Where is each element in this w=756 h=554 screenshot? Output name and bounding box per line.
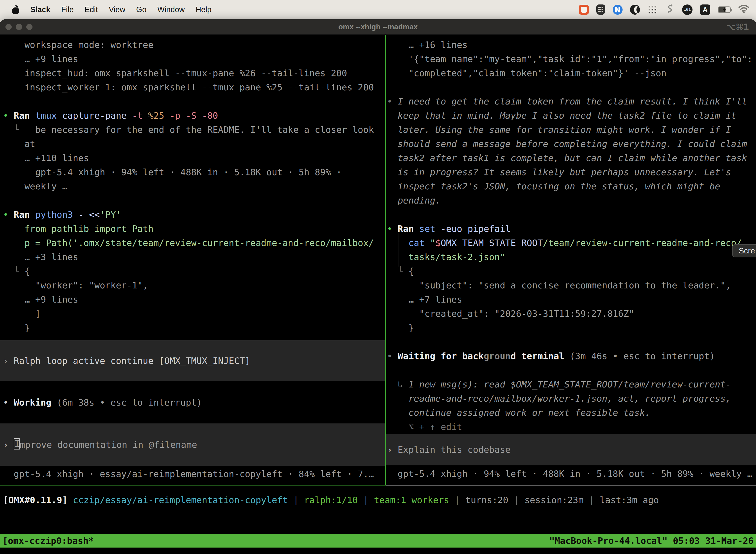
- text-segment: workspace_mode: worktree: [3, 40, 153, 50]
- model-status: gpt-5.4 xhigh · essay/ai-reimplementatio…: [0, 467, 385, 481]
- text-segment: -p -S -80: [170, 110, 218, 121]
- text-segment: {: [24, 266, 30, 276]
- text-segment: 1 new msg(s): read $OMX_TEAM_STATE_ROOT/…: [408, 379, 731, 389]
- text-segment: … +3 lines: [24, 252, 78, 262]
- prompt-input[interactable]: › Improve documentation in @filename: [0, 424, 385, 466]
- text-segment: should send a message before completing …: [387, 139, 747, 149]
- menu-item-window[interactable]: Window: [157, 5, 185, 14]
- text-segment: tmux: [35, 110, 62, 121]
- text-segment: "completed","claim_token":"claim-token"}…: [387, 68, 667, 78]
- minimize-button[interactable]: [16, 24, 22, 30]
- terminal-line: inspect_hud: omx sparkshell --tmux-pane …: [0, 66, 385, 80]
- text-segment: last:3m ago: [600, 495, 659, 505]
- text-segment: at: [3, 139, 35, 149]
- text-segment: └: [387, 266, 408, 276]
- terminal-window: omx --xhigh --madmax ⌥⌘1 workspace_mode:…: [0, 19, 756, 554]
- text-segment: groun: [484, 351, 510, 361]
- text-segment: •: [3, 210, 14, 220]
- screenshot-icon[interactable]: [579, 5, 589, 15]
- terminal-line: … +110 lines: [0, 151, 385, 165]
- dots-grid-icon[interactable]: [647, 5, 657, 15]
- battery-icon[interactable]: [718, 6, 731, 13]
- wifi-icon[interactable]: [738, 4, 750, 15]
- text-segment: weekly …: [3, 181, 67, 191]
- mailbox-hint: ↳ 1 new msg(s): read $OMX_TEAM_STATE_ROO…: [386, 377, 756, 391]
- terminal-line: [386, 208, 756, 222]
- terminal-line: [0, 94, 385, 108]
- text-segment: Working: [14, 397, 57, 407]
- text-segment: •: [387, 96, 397, 107]
- text-segment: mprove documentation in @filename: [19, 438, 197, 452]
- thinking-text: inspect task2's JSON, focusing on the st…: [386, 179, 756, 193]
- indent-guide: [387, 236, 408, 250]
- text-segment: set: [419, 224, 441, 234]
- text-segment: (3m 46s • esc to interrupt): [570, 351, 715, 361]
- text-segment: I need to get the claim token from the c…: [397, 96, 747, 107]
- left-pane[interactable]: workspace_mode: worktree … +9 lines insp…: [0, 35, 385, 486]
- text-segment: ]: [3, 309, 41, 319]
- thinking-text: pending.: [386, 193, 756, 208]
- text-segment: -euo pipefail: [441, 224, 511, 234]
- text-segment: team:1 workers: [374, 495, 449, 505]
- text-segment: └: [3, 266, 24, 276]
- apple-menu-icon[interactable]: [12, 5, 19, 14]
- menu-item-help[interactable]: Help: [196, 5, 211, 14]
- text-segment: •: [3, 110, 14, 121]
- terminal-line: p = Path('.omx/state/team/review-current…: [0, 236, 385, 250]
- blue-badge-icon[interactable]: [613, 5, 623, 15]
- mailbox-hint: continue assigned work or next feasible …: [386, 405, 756, 420]
- menu-item-file[interactable]: File: [61, 5, 74, 14]
- text-segment: later. Using the same for transition mig…: [387, 125, 731, 135]
- window-titlebar[interactable]: omx --xhigh --madmax ⌥⌘1: [0, 19, 756, 35]
- close-button[interactable]: [5, 24, 12, 30]
- text-segment: python3: [35, 210, 78, 220]
- menu-bar-status-icons: ..61 A: [579, 4, 750, 16]
- terminal-line: [386, 335, 756, 349]
- text-segment: |: [358, 495, 374, 505]
- menu-app-name[interactable]: Slack: [30, 5, 50, 14]
- zoom-button[interactable]: [26, 24, 33, 30]
- text-segment: Ralph loop active continue [OMX_TMUX_INJ…: [14, 354, 250, 368]
- omx-status-line: [OMX#0.11.9] cczip/essay/ai-reimplementa…: [0, 493, 756, 507]
- text-segment: •: [387, 224, 397, 234]
- menu-bar-left: Slack FileEditViewGoWindowHelp: [12, 5, 211, 14]
- text-segment: |: [584, 495, 600, 505]
- prompt-input[interactable]: › Explain this codebase: [386, 434, 756, 465]
- terminal-line: gpt-5.4 xhigh · 94% left · 488K in · 5.1…: [0, 165, 385, 179]
- text-segment: ›: [387, 443, 397, 457]
- indent-guide: [3, 236, 24, 250]
- text-segment: inspect task2's JSON, focusing on the st…: [387, 181, 720, 191]
- text-segment: gpt-5.4 xhigh · 94% left · 488K in · 5.1…: [387, 468, 753, 479]
- text-segment: from pathlib import Path: [24, 224, 153, 234]
- tmux-host-time: "MacBook-Pro-44.local" 05:03 31-Mar-26: [549, 536, 754, 546]
- omx-status-text: [OMX#0.11.9] cczip/essay/ai-reimplementa…: [0, 493, 756, 507]
- screen-tooltip: Scre: [732, 244, 756, 258]
- text-segment: Ran: [14, 210, 35, 220]
- menu-item-go[interactable]: Go: [136, 5, 146, 14]
- shield-grid-icon[interactable]: [596, 4, 605, 15]
- text-segment: ↳: [387, 379, 408, 389]
- waiting-status: • Waiting for background terminal (3m 46…: [386, 349, 756, 363]
- thinking-text: task2 after task1 is complete, but can I…: [386, 151, 756, 165]
- text-segment: [OMX#0.11.9]: [3, 495, 67, 505]
- text-segment: ›: [3, 354, 14, 368]
- text-segment: Ran: [397, 224, 419, 234]
- crescent-icon[interactable]: [630, 5, 640, 15]
- s-curve-icon[interactable]: [665, 4, 675, 16]
- text-segment: ⌥ + ↑ edit: [387, 422, 462, 432]
- terminal-line: weekly …: [0, 179, 385, 193]
- mailbox-hint: readme-and-reco/mailbox/worker-1.json, a…: [386, 391, 756, 405]
- text-segment: "worker": "worker-1",: [3, 280, 148, 290]
- menu-item-view[interactable]: View: [109, 5, 125, 14]
- right-pane[interactable]: … +16 lines '{"team_name":"my-team","tas…: [386, 35, 756, 486]
- indent-guide: [387, 250, 408, 264]
- menu-item-edit[interactable]: Edit: [84, 5, 98, 14]
- letter-a-icon[interactable]: A: [700, 4, 710, 15]
- text-segment: └: [3, 125, 35, 135]
- tmux-status-bar: [omx-cczip0:bash* "MacBook-Pro-44.local"…: [0, 534, 756, 548]
- badge-61-icon[interactable]: ..61: [682, 4, 693, 15]
- thinking-text: • I need to get the claim token from the…: [386, 94, 756, 108]
- text-segment: |: [449, 495, 465, 505]
- text-segment: capture-pane: [62, 110, 132, 121]
- text-segment: %25: [148, 110, 170, 121]
